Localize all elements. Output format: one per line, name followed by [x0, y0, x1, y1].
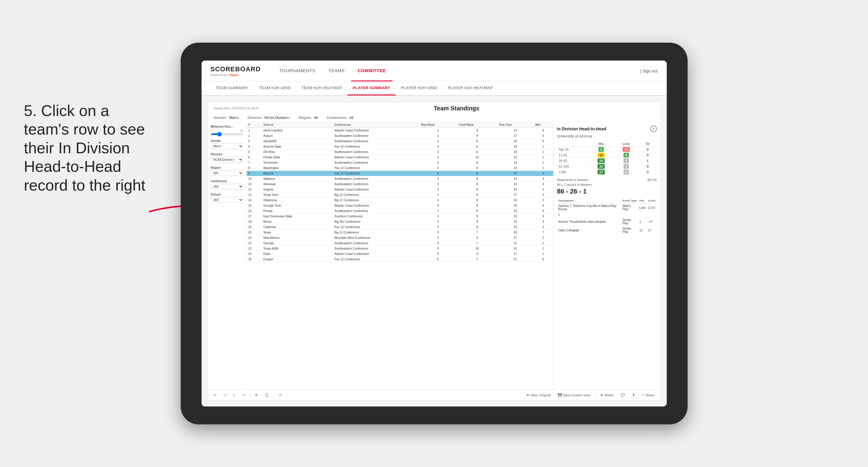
division-label: Division: [247, 116, 263, 120]
h2h-col-range [557, 142, 589, 147]
sign-out[interactable]: | Sign out [640, 69, 658, 73]
standings-table-wrap: # School Conference Reg Rank Conf Rank R… [247, 122, 553, 390]
min-rou-slider[interactable] [211, 133, 243, 135]
region-select[interactable]: N/A [211, 170, 243, 176]
subnav-player-summary[interactable]: PLAYER SUMMARY [347, 81, 396, 95]
paste-button[interactable]: 📋 [262, 392, 271, 398]
gender-select[interactable]: Men's [211, 144, 243, 149]
table-row[interactable]: 9 Arizona Pac-12 Conference 5 8 23 2 [247, 171, 553, 176]
panel-body: Minimum Rou... 4 20 Gender Men's [208, 122, 660, 390]
h2h-table: Win Loss Tie Top 10 3 13 0 11-25 11 8 [557, 142, 657, 175]
subnav-team-summary[interactable]: TEAM SUMMARY [211, 81, 254, 95]
table-row[interactable]: 22 Georgia Southeastern Conference 8 7 2… [247, 241, 553, 246]
h2h-cell-tie: 0 [639, 147, 657, 152]
cell-school: Texas [261, 230, 333, 235]
table-row[interactable]: 4 Arizona State Pac-12 Conference 4 6 26… [247, 144, 553, 149]
table-row[interactable]: 24 Duke Atlantic Coast Conference 5 9 27… [247, 251, 553, 257]
nav-links: TOURNAMENTS TEAMS COMMITTEE [273, 61, 640, 82]
share-icon: ↗ [642, 393, 645, 397]
watch-button[interactable]: 👁 Watch [598, 393, 616, 398]
cell-reg-rank: 4 [419, 224, 457, 230]
cell-reg-rank: 5 [419, 176, 457, 182]
cell-win: 6 [533, 133, 553, 139]
save-icon: 💾 [558, 393, 562, 397]
toolbar-right: 👁 View: Original 💾 Save Custom View 👁 Wa… [524, 392, 657, 398]
cell-rds: 23 [497, 165, 533, 171]
h2h-row: Top 10 3 13 0 [557, 147, 657, 152]
table-row[interactable]: 6 Florida State Atlantic Coast Conferenc… [247, 155, 553, 160]
nav-teams[interactable]: TEAMS [322, 61, 351, 82]
h2h-cell-loss: 0 [614, 169, 639, 175]
subnav-player-h2h-grid[interactable]: PLAYER H2H GRID [396, 81, 442, 95]
table-row[interactable]: 18 Illinois Big Ten Conference 1 9 23 3 [247, 219, 553, 224]
table-row[interactable]: 13 Texas Tech Big 12 Conference 1 9 27 2 [247, 192, 553, 198]
table-row[interactable]: 19 California Pac-12 Conference 4 8 24 2 [247, 224, 553, 230]
table-row[interactable]: 15 Georgia Tech Atlantic Coast Conferenc… [247, 203, 553, 209]
cell-conf-rank: 8 [457, 176, 497, 182]
clock-button[interactable]: ⏱ [276, 393, 284, 398]
division-select[interactable]: NCAA Division I [211, 157, 243, 162]
subnav-player-h2h-heatmap[interactable]: PLAYER H2H HEATMAP [442, 81, 498, 95]
chat-button[interactable]: 💬 [618, 392, 627, 398]
cell-rds: 27 [497, 235, 533, 241]
h2h-col-win: Win [589, 142, 614, 147]
cell-conf-rank: 9 [457, 192, 497, 198]
view-icon: 👁 [526, 393, 530, 397]
table-row[interactable]: 11 Arkansas Southeastern Conference 6 8 … [247, 182, 553, 187]
opponents-row: Opponents in division: 99.1% [557, 178, 657, 182]
table-row[interactable]: 21 New Mexico Mountain West Conference 1… [247, 235, 553, 241]
cell-reg-rank: 1 [419, 235, 457, 241]
step-forward-button[interactable]: ▷ [231, 392, 238, 398]
table-row[interactable]: 1 North Carolina Atlantic Coast Conferen… [247, 128, 553, 133]
tourn-cell-score [647, 212, 657, 217]
cell-rds: 29 [497, 139, 533, 144]
table-row[interactable]: 16 Florida Southeastern Conference 7 9 2… [247, 209, 553, 214]
table-row[interactable]: 25 Oregon Pac-12 Conference 5 7 21 0 [247, 257, 553, 262]
share-button[interactable]: ↗ Share [640, 392, 657, 398]
cell-school: Georgia [261, 241, 333, 246]
cell-conf-rank: 9 [457, 209, 497, 214]
school-select[interactable]: (All) [211, 197, 243, 203]
table-row[interactable]: 8 Washington Pac-12 Conference 2 8 23 1 [247, 165, 553, 171]
export-button[interactable]: ⬆ [630, 392, 637, 398]
school-filter-label: School [211, 193, 243, 196]
table-row[interactable]: 20 Texas Big 12 Conference 3 7 20 7 [247, 230, 553, 235]
subnav-team-h2h-grid[interactable]: TEAM H2H GRID [254, 81, 296, 95]
table-row[interactable]: 2 Auburn Southeastern Conference 1 9 27 … [247, 133, 553, 139]
subnav-team-h2h-heatmap[interactable]: TEAM H2H HEATMAP [296, 81, 347, 95]
cell-conf-rank: 9 [457, 198, 497, 203]
tourn-cell-type: Stroke Play [621, 226, 639, 235]
table-row[interactable]: 17 East Tennessee State Southern Confere… [247, 214, 553, 219]
table-row[interactable]: 3 Vanderbilt Southeastern Conference 2 8… [247, 139, 553, 144]
cell-reg-rank: 5 [419, 171, 457, 176]
nav-committee[interactable]: COMMITTEE [351, 61, 393, 82]
copy-button[interactable]: ⧉ [253, 392, 260, 398]
h2h-row: 11-25 11 8 0 [557, 152, 657, 158]
panel-filters: Gender: Men's Division: NCAA Division I … [208, 114, 660, 122]
tourn-col-score: Score [647, 198, 657, 204]
save-custom-button[interactable]: 💾 Save Custom View [556, 392, 593, 398]
redo-button[interactable]: ↪ [240, 392, 248, 398]
cell-win: 4 [533, 214, 553, 219]
cell-school: Auburn [261, 133, 333, 139]
h2h-cell-win: 11 [589, 152, 614, 158]
undo-button[interactable]: ↩ [211, 392, 219, 398]
division-value: NCAA Division I [265, 116, 290, 120]
toolbar-separator-4 [595, 392, 595, 398]
table-row[interactable]: 7 Tennessee Southeastern Conference 4 6 … [247, 160, 553, 165]
table-row[interactable]: 12 Virginia Atlantic Coast Conference 3 … [247, 187, 553, 192]
opponents-label: Opponents in division: [557, 178, 589, 182]
cell-reg-rank: 1 [419, 133, 457, 139]
table-row[interactable]: 23 Texas A&M Southeastern Conference 9 1… [247, 246, 553, 251]
h2h-close-button[interactable]: ✕ [650, 126, 657, 132]
table-row[interactable]: 14 Oklahoma Big 12 Conference 4 9 26 2 [247, 198, 553, 203]
table-row[interactable]: 5 Ole Miss Southeastern Conference 3 6 1… [247, 149, 553, 155]
view-original-button[interactable]: 👁 View: Original [524, 393, 553, 398]
nav-tournaments[interactable]: TOURNAMENTS [273, 61, 322, 82]
table-row[interactable]: 10 Alabama Southeastern Conference 5 8 2… [247, 176, 553, 182]
logo-sub: Powered by clippd [211, 73, 261, 76]
step-back-button[interactable]: ◁ [221, 392, 228, 398]
col-conference: Conference [333, 122, 419, 128]
conference-select[interactable]: (All) [211, 184, 243, 189]
cell-win: 1 [533, 155, 553, 160]
